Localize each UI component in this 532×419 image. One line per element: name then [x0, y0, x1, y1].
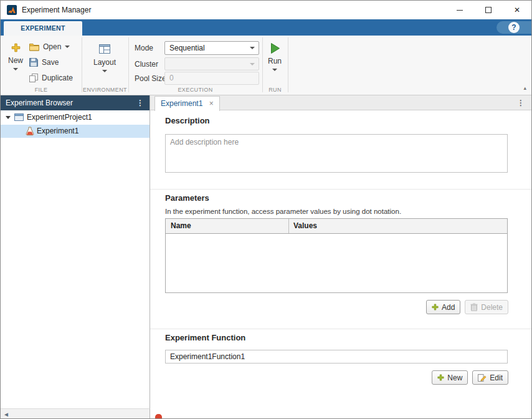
new-plus-icon — [11, 43, 21, 52]
new-button[interactable]: New — [4, 39, 27, 89]
help-button[interactable]: ? — [508, 22, 520, 33]
experiment-browser-title: Experiment Browser — [6, 99, 73, 107]
browser-menu-button[interactable]: ⋮ — [136, 95, 144, 110]
save-button[interactable]: Save — [29, 55, 59, 69]
document-area: Experiment1 × ⋮ Description Parameters I… — [150, 95, 532, 419]
folder-icon — [29, 43, 39, 51]
mode-value: Sequential — [169, 42, 205, 54]
run-dropdown-arrow-icon[interactable] — [272, 69, 277, 71]
section-divider — [150, 189, 532, 190]
experiment-function-input[interactable] — [165, 350, 508, 364]
mode-label: Mode — [135, 44, 153, 52]
title-bar: Experiment Manager ✕ — [1, 1, 531, 19]
tab-experiment-manager[interactable]: EXPERIMENT MANAGER — [4, 21, 82, 36]
edit-function-button[interactable]: Edit — [472, 370, 508, 385]
close-icon: ✕ — [514, 6, 520, 14]
maximize-button[interactable] — [474, 1, 503, 19]
tree-item-experiment[interactable]: Experiment1 — [1, 125, 150, 138]
tree-expand-icon[interactable] — [6, 116, 11, 119]
duplicate-button-label: Duplicate — [42, 74, 73, 82]
window-controls: ✕ — [445, 1, 531, 19]
save-button-label: Save — [42, 58, 59, 67]
layout-icon — [99, 44, 110, 54]
cluster-dropdown — [164, 57, 259, 70]
run-button-label: Run — [268, 57, 282, 65]
open-dropdown-arrow-icon[interactable] — [65, 46, 70, 48]
section-separator — [262, 37, 263, 92]
experiment-browser-panel: Experiment Browser ⋮ ExperimentProject1 … — [1, 95, 150, 408]
new-function-button-label: New — [447, 373, 462, 382]
help-pill: ? — [496, 21, 531, 34]
cluster-label: Cluster — [135, 60, 158, 69]
tab-label: Experiment1 — [161, 99, 202, 108]
app-icon — [7, 5, 17, 15]
run-section-label: RUN — [262, 87, 288, 93]
file-section-label: FILE — [1, 87, 82, 93]
pool-size-value: 0 — [169, 72, 174, 84]
save-icon — [29, 58, 38, 67]
status-bar: ◄ — [1, 408, 150, 419]
layout-dropdown-arrow-icon[interactable] — [102, 70, 107, 72]
open-button[interactable]: Open — [29, 40, 70, 54]
partial-red-icon — [155, 414, 162, 419]
new-plus-icon — [437, 374, 444, 381]
add-button-label: Add — [442, 303, 455, 312]
duplicate-icon — [29, 74, 38, 82]
maximize-icon — [485, 7, 492, 13]
layout-button-label: Layout — [93, 58, 116, 67]
new-dropdown-arrow-icon[interactable] — [13, 68, 18, 70]
parameters-hint: In the experiment function, access param… — [165, 208, 401, 215]
environment-section-label: ENVIRONMENT — [82, 87, 128, 93]
tab-experiment1[interactable]: Experiment1 × — [154, 96, 220, 111]
window-title: Experiment Manager — [22, 1, 91, 19]
add-parameter-button[interactable]: Add — [426, 300, 460, 314]
duplicate-button[interactable]: Duplicate — [29, 71, 73, 85]
minimize-button[interactable] — [445, 1, 474, 19]
project-label: ExperimentProject1 — [27, 111, 92, 124]
flask-icon — [26, 127, 34, 136]
tree-item-project[interactable]: ExperimentProject1 — [1, 111, 150, 124]
description-textarea[interactable] — [165, 134, 508, 173]
ribbon-tab-strip: EXPERIMENT MANAGER ? — [1, 19, 531, 36]
new-function-button[interactable]: New — [432, 370, 468, 385]
description-heading: Description — [165, 116, 210, 125]
run-button[interactable]: Run — [264, 39, 285, 89]
delete-button-label: Delete — [481, 303, 503, 312]
column-header-name: Name — [171, 219, 191, 233]
edit-icon — [478, 373, 487, 382]
section-separator — [288, 37, 288, 92]
close-button[interactable]: ✕ — [503, 1, 531, 19]
add-plus-icon — [432, 304, 439, 311]
run-play-icon — [269, 42, 281, 54]
section-separator — [128, 37, 129, 92]
trash-icon — [470, 303, 478, 311]
project-icon — [14, 113, 24, 121]
column-divider — [288, 219, 289, 233]
experiment-function-heading: Experiment Function — [165, 333, 245, 342]
experiment-browser-header: Experiment Browser ⋮ — [1, 95, 150, 110]
parameters-table: Name Values — [165, 218, 508, 293]
parameters-heading: Parameters — [165, 193, 209, 203]
parameters-table-body — [166, 234, 507, 292]
delete-parameter-button: Delete — [465, 300, 508, 314]
section-separator — [82, 37, 82, 92]
layout-button[interactable]: Layout — [85, 39, 124, 89]
section-divider — [150, 329, 532, 329]
open-button-label: Open — [43, 42, 61, 51]
mode-dropdown[interactable]: Sequential — [164, 41, 259, 55]
minimize-icon — [457, 10, 463, 11]
pool-size-label: Pool Size — [135, 74, 166, 83]
new-button-label: New — [8, 56, 23, 65]
document-tab-bar: Experiment1 × ⋮ — [150, 95, 532, 110]
chevron-down-icon — [250, 47, 255, 49]
experiment-manager-window: Experiment Manager ✕ EXPERIMENT MANAGER … — [0, 0, 532, 419]
collapse-panel-button[interactable]: ◄ — [3, 410, 9, 418]
tab-close-icon[interactable]: × — [209, 99, 214, 108]
execution-section-label: EXECUTION — [128, 87, 262, 93]
chevron-down-icon — [250, 63, 255, 65]
parameters-buttons: Add Delete — [426, 300, 508, 314]
edit-function-button-label: Edit — [490, 373, 503, 382]
document-actions-menu[interactable]: ⋮ — [517, 95, 525, 110]
pool-size-input: 0 — [164, 72, 259, 85]
collapse-toolstrip-button[interactable]: ▴ — [523, 85, 526, 91]
